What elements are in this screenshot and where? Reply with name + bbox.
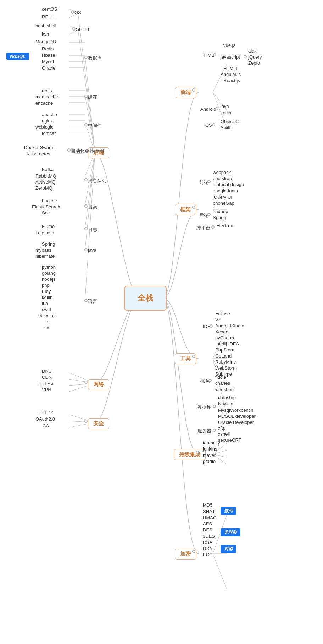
mq-item-kafka: Kafka <box>42 167 54 172</box>
frontend-dot <box>192 88 195 92</box>
os-dot <box>71 11 74 14</box>
lang-item-objectc: object-c <box>38 313 55 318</box>
hash-item-sha1: SHA1 <box>203 509 215 514</box>
search-item-elastic: ElasticSearch <box>32 204 60 209</box>
middleware-category: 中间件 <box>88 122 102 129</box>
ide-dot <box>210 324 213 328</box>
container-item-docker: Docker Swarm <box>24 145 54 150</box>
lang-item-ruby: ruby <box>42 289 51 294</box>
ide-item-goland: GoLand <box>215 353 232 359</box>
fw-fe-webpack: webpack <box>213 170 231 175</box>
ios-item-objectc: Object-C <box>221 119 239 124</box>
mq-item-rabbitmq: RabbitMQ <box>35 173 56 179</box>
js-item-jquery: jQuery <box>248 54 262 60</box>
lang-dot <box>84 299 88 302</box>
android-dot <box>215 107 218 110</box>
search-category: 搜索 <box>88 204 97 210</box>
container-category: 自动化容器/平台 <box>71 148 105 154</box>
security-label: 安全 <box>88 418 109 429</box>
search-dot <box>84 204 88 208</box>
network-dot <box>84 381 88 384</box>
html-item-reactjs: React.js <box>223 78 240 83</box>
ci-item-gradle: gradle <box>203 459 216 464</box>
db-item-oracle: Oracle <box>42 65 55 71</box>
html-item-vuejs: vue.js <box>223 43 235 48</box>
security-node: 安全 <box>88 418 109 429</box>
svg-line-27 <box>85 153 95 298</box>
java-item-mybatis: mybatis <box>35 247 51 253</box>
db-item-redis: Redis <box>42 46 54 51</box>
shell-item-bash: bash shell <box>35 23 56 28</box>
center-label: 全栈 <box>124 286 167 311</box>
security-dot <box>84 420 88 423</box>
js-item-zepto: Zepto <box>248 60 260 66</box>
fw-frontend-dot <box>207 180 211 183</box>
server-tools-securecrt: secureCRT <box>218 437 241 443</box>
ios-category: iOS <box>204 122 212 128</box>
capture-category: 抓包 <box>200 378 210 384</box>
cache-dot <box>84 95 88 98</box>
nosql-badge: NoSQL <box>6 53 29 60</box>
lang-item-csharp: c# <box>44 325 49 330</box>
security-item-https: HTTPS <box>38 410 54 415</box>
ide-item-intellij: Intellij IDEA <box>215 341 239 346</box>
fw-be-hadoop: hadoop <box>213 209 228 214</box>
log-dot <box>84 227 88 230</box>
ci-item-teamcity: teamcity <box>203 440 220 446</box>
svg-line-3 <box>78 30 95 153</box>
ide-item-pycharm: pyCharm <box>215 335 234 340</box>
java-dot <box>84 248 88 251</box>
html-item-javascript: javascript <box>221 54 240 60</box>
db-tools-dot <box>213 405 216 408</box>
ci-item-jenkins: jenkins <box>203 446 217 452</box>
db-tools-mysqlworkbench: MysqlWorkbench <box>218 408 253 413</box>
db-item-hbase: Hbase <box>42 53 55 58</box>
ide-item-xcode: Xcode <box>215 329 228 334</box>
network-item-vpn: VPN <box>42 387 51 392</box>
fw-fe-phonegap: phoneGap <box>213 201 234 206</box>
lang-item-kotlin: kotlin <box>42 295 52 300</box>
log-item-flume: Flume <box>42 224 55 229</box>
asym-item-des: DES <box>203 527 212 533</box>
java-item-spring: Spring <box>42 241 55 247</box>
os-item-rehl: REHL <box>42 14 54 20</box>
fw-backend-dot <box>207 213 211 216</box>
mindmap-container: 全栈 NoSQL 后端 centOS REHL OS bash shell ks… <box>0 0 323 644</box>
ios-item-swift: Swift <box>221 125 230 130</box>
middleware-dot <box>84 123 88 126</box>
asym-item-aes: AES <box>203 521 212 526</box>
svg-line-25 <box>85 153 95 227</box>
ide-item-androidstudio: AndroidStudio <box>215 323 244 328</box>
mq-item-zeromq: ZeroMQ <box>35 185 52 191</box>
fw-cross-dot <box>211 225 215 229</box>
fw-backend-category: 后端 <box>199 212 208 219</box>
hash-badge: 散列 <box>221 507 236 515</box>
svg-line-26 <box>85 153 95 249</box>
container-dot <box>67 148 71 152</box>
lang-item-nodejs: nodejs <box>42 277 55 282</box>
fw-cross-category: 跨平台 <box>196 225 210 231</box>
lang-item-swift: swift <box>42 307 51 312</box>
search-item-solr: Solr <box>42 210 50 215</box>
server-tools-xshell: xshell <box>218 431 230 437</box>
android-item-kotlin: kotlin <box>221 110 231 115</box>
db-tools-category: 数据库 <box>197 404 211 410</box>
ci-dot <box>196 451 199 454</box>
security-item-ca: CA <box>43 423 49 429</box>
svg-line-6 <box>85 57 95 153</box>
ide-item-phpstorm: PhpStorm <box>215 347 236 353</box>
mq-item-activemq: ActiveMQ <box>35 179 55 185</box>
network-item-https: HTTPS <box>38 381 54 386</box>
ci-label: 持续集成 <box>174 449 206 460</box>
search-item-lucene: Lucene <box>42 198 57 203</box>
fw-fe-jqueryui: jQuery UI <box>213 195 232 200</box>
fw-fe-bootstrap: bootstrap <box>213 176 232 181</box>
network-item-cdn: CDN <box>42 375 52 380</box>
html-item-html5: HTML5 <box>223 66 239 71</box>
network-node: 网络 <box>88 379 109 390</box>
js-item-ajax: ajax <box>248 48 257 54</box>
lang-item-golang: golang <box>42 271 56 276</box>
capture-dot <box>208 379 212 382</box>
capture-item-charles: charles <box>215 381 230 386</box>
js-dot <box>244 55 247 58</box>
